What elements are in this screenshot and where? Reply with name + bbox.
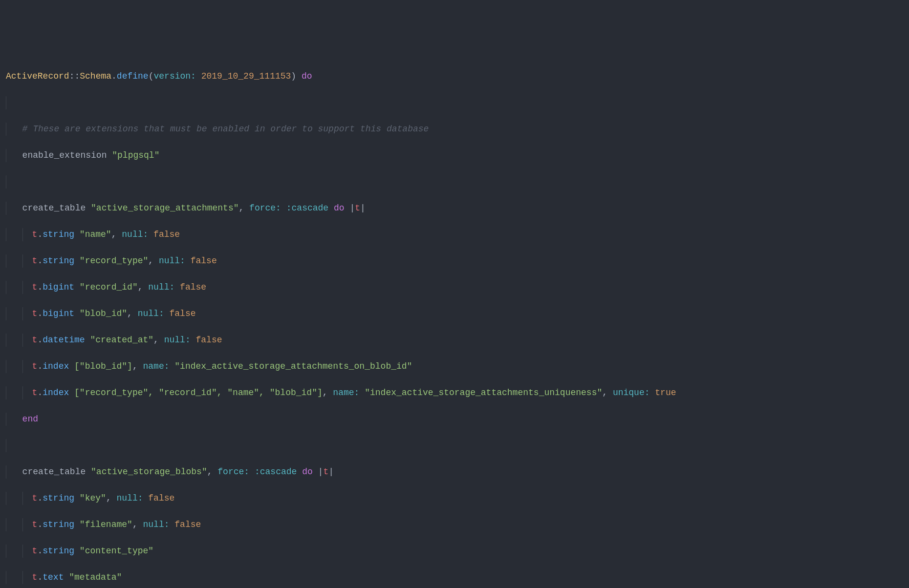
- code-line: t.index ["blob_id"], name: "index_active…: [0, 360, 909, 373]
- token-class: ActiveRecord: [6, 71, 69, 81]
- token-symbol: force:: [249, 203, 286, 213]
- token-param: t: [355, 203, 360, 213]
- token-symbol: :cascade: [286, 203, 328, 213]
- code-line: create_table "active_storage_attachments…: [0, 202, 909, 215]
- code-line: t.datetime "created_at", null: false: [0, 334, 909, 347]
- code-line: t.string "record_type", null: false: [0, 254, 909, 268]
- code-line: ActiveRecord::Schema.define(version: 201…: [0, 70, 909, 83]
- code-line: end: [0, 413, 909, 426]
- code-line: t.bigint "blob_id", null: false: [0, 307, 909, 320]
- token-symbol: version:: [153, 71, 201, 81]
- token-keyword: end: [22, 414, 38, 424]
- token-method: string: [43, 230, 74, 239]
- code-line: [0, 175, 909, 189]
- token-text: create_table: [22, 203, 91, 213]
- code-line: t.string "filename", null: false: [0, 518, 909, 531]
- code-line: create_table "active_storage_blobs", for…: [0, 465, 909, 479]
- token-comment: # These are extensions that must be enab…: [22, 124, 429, 134]
- code-line: t.bigint "record_id", null: false: [0, 281, 909, 294]
- token-class: Schema: [80, 71, 111, 81]
- code-line: enable_extension "plpgsql": [0, 149, 909, 162]
- code-line: t.string "name", null: false: [0, 228, 909, 241]
- code-editor[interactable]: ActiveRecord::Schema.define(version: 201…: [0, 57, 909, 588]
- token-keyword: do: [334, 203, 345, 213]
- token-param: t: [32, 230, 38, 239]
- token-number: 2019_10_29_111153: [201, 71, 291, 81]
- token-keyword: do: [302, 71, 312, 81]
- token-string: "plpgsql": [112, 150, 159, 160]
- token-string: "name": [80, 230, 111, 239]
- code-line: [0, 439, 909, 452]
- token-symbol: null:: [122, 230, 153, 239]
- token-bool: false: [153, 230, 180, 239]
- code-line: t.text "metadata": [0, 571, 909, 584]
- code-line: t.index ["record_type", "record_id", "na…: [0, 386, 909, 399]
- token-method: define: [117, 71, 149, 81]
- token-string: "active_storage_attachments": [91, 203, 238, 213]
- code-line: # These are extensions that must be enab…: [0, 123, 909, 136]
- code-line: t.string "key", null: false: [0, 492, 909, 505]
- code-line: [0, 96, 909, 109]
- token-text: enable_extension: [22, 150, 112, 160]
- code-line: t.string "content_type": [0, 545, 909, 558]
